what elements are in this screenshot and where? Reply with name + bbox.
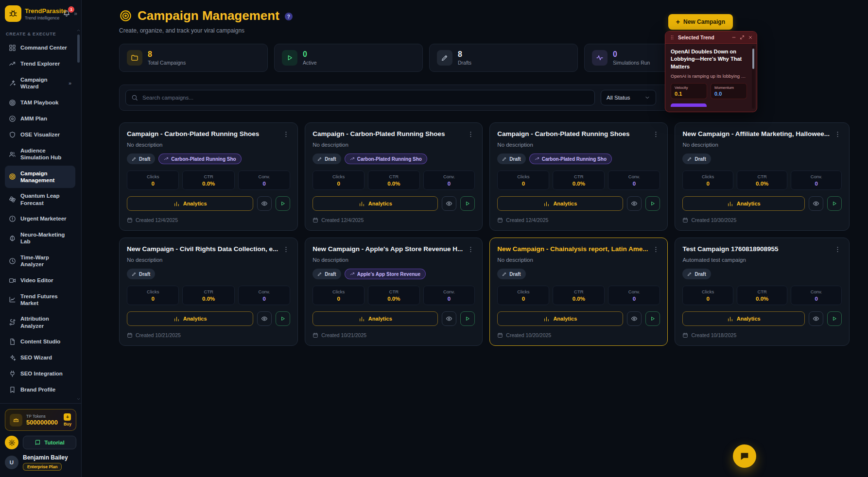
launch-button[interactable] (827, 196, 842, 211)
analytics-button[interactable]: Analytics (497, 311, 623, 326)
sidebar-item-ose-visualizer[interactable]: OSE Visualizer (5, 127, 75, 143)
momentum-label: Momentum (714, 85, 743, 90)
dotsv-icon (467, 246, 474, 253)
help-icon[interactable]: ? (285, 13, 293, 20)
settings-button[interactable] (5, 436, 18, 449)
preview-button[interactable] (257, 196, 272, 211)
expand-button[interactable] (740, 35, 745, 40)
status-filter-value: All Status (607, 95, 630, 101)
sidebar-item-label: SEO Wizard (20, 354, 52, 361)
sidebar-item-audience-simulation-hub[interactable]: Audience Simulation Hub (5, 143, 75, 166)
chat-fab-button[interactable] (733, 444, 756, 468)
sidebar-item-trend-explorer[interactable]: Trend Explorer (5, 56, 75, 72)
launch-button[interactable] (827, 311, 842, 326)
calendar-icon (312, 332, 318, 338)
stat-label: Active (303, 60, 317, 66)
sidebar-collapse-icon[interactable]: » (74, 10, 77, 17)
sidebar-item-brand-profile[interactable]: Brand Profile (5, 382, 75, 398)
preview-button[interactable] (627, 311, 642, 326)
campaign-description: No description (312, 257, 475, 263)
launch-button[interactable] (645, 196, 660, 211)
sidebar-item-plan-metrics-config[interactable]: Plan Metrics & Config (5, 398, 75, 403)
metric-value: 0 (499, 296, 548, 302)
sidebar-item-tam-playbook[interactable]: TAM Playbook (5, 95, 75, 111)
preview-button[interactable] (809, 196, 823, 211)
drag-handle-icon[interactable] (669, 34, 675, 40)
analytics-button[interactable]: Analytics (312, 311, 438, 326)
campaign-card[interactable]: New Campaign - Chainalysis report, Latin… (489, 238, 668, 346)
status-filter-select[interactable]: All Status (601, 90, 656, 105)
trend-panel-scrollbar[interactable] (752, 46, 755, 109)
scrollbar-thumb[interactable] (752, 49, 754, 69)
sidebar-item-quantum-leap-forecast[interactable]: Quantum Leap Forecast (5, 188, 75, 211)
sidebar-item-urgent-marketeer[interactable]: Urgent Marketeer (5, 211, 75, 227)
sidebar-item-seo-wizard[interactable]: SEO Wizard (5, 350, 75, 366)
launch-button[interactable] (460, 196, 475, 211)
preview-button[interactable] (809, 311, 823, 326)
analytics-button[interactable]: Analytics (312, 196, 438, 211)
analytics-button[interactable]: Analytics (127, 196, 253, 211)
launch-button[interactable] (645, 311, 660, 326)
sidebar-item-video-editor[interactable]: Video Editor (5, 273, 75, 289)
new-campaign-button[interactable]: + New Campaign (668, 14, 733, 30)
preview-button[interactable] (257, 311, 272, 326)
sidebar-item-amm-plan[interactable]: AMM Plan (5, 111, 75, 127)
campaign-card[interactable]: Campaign - Carbon-Plated Running ShoesNo… (305, 122, 483, 231)
campaign-card[interactable]: New Campaign - Affiliate Marketing, Hall… (675, 122, 850, 231)
preview-button[interactable] (442, 196, 456, 211)
trend-panel-partial-button[interactable] (671, 103, 707, 107)
sidebar-scrollbar[interactable] (76, 28, 80, 401)
user-profile[interactable]: U Benjamin Bailey Enterprise Plan (5, 454, 76, 471)
trend-panel-header[interactable]: Selected Trend (665, 32, 757, 44)
card-menu-button[interactable] (833, 130, 842, 138)
search-input[interactable] (142, 95, 589, 101)
campaign-card[interactable]: Test Campaign 1760818908955Automated tes… (675, 238, 850, 346)
analytics-button[interactable]: Analytics (127, 311, 253, 326)
scrollbar-thumb[interactable] (77, 34, 80, 63)
launch-button[interactable] (460, 311, 475, 326)
trend-headline: OpenAI Doubles Down on Lobbying—Here's W… (671, 48, 747, 70)
search-box[interactable] (125, 90, 595, 105)
card-menu-button[interactable] (652, 245, 660, 254)
card-menu-button[interactable] (282, 130, 290, 138)
sidebar-item-campaign-wizard[interactable]: Campaign Wizard» (5, 72, 75, 95)
preview-button[interactable] (442, 311, 456, 326)
launch-button[interactable] (276, 196, 290, 211)
card-menu-button[interactable] (652, 130, 660, 138)
card-menu-button[interactable] (467, 245, 475, 254)
play-icon (280, 316, 286, 322)
sidebar-item-neuro-marketing-lab[interactable]: Neuro-Marketing Lab (5, 227, 75, 250)
plus-icon: + (64, 413, 71, 421)
trend-badge: Carbon-Plated Running Sho (529, 153, 612, 164)
close-button[interactable] (748, 35, 753, 40)
analytics-button[interactable]: Analytics (497, 196, 623, 211)
sidebar-item-seo-integration[interactable]: SEO Integration (5, 366, 75, 382)
sidebar-item-trend-futures-market[interactable]: Trend Futures Market (5, 289, 75, 311)
campaign-card[interactable]: Campaign - Carbon-Plated Running ShoesNo… (489, 122, 668, 231)
sidebar-item-content-studio[interactable]: Content Studio (5, 334, 75, 350)
stats-row: 8Total Campaigns0Active8Drafts0Simulatio… (119, 44, 733, 72)
launch-button[interactable] (276, 311, 290, 326)
minimize-button[interactable] (731, 35, 736, 40)
sidebar-item-attribution-analyzer[interactable]: Attribution Analyzer (5, 311, 75, 334)
analytics-button[interactable]: Analytics (682, 196, 805, 211)
tokens-label: TP Tokens (26, 414, 60, 419)
metric-conv: Conv.0 (791, 170, 842, 190)
analytics-button[interactable]: Analytics (682, 311, 805, 326)
tutorial-button[interactable]: Tutorial (23, 436, 76, 449)
campaign-card[interactable]: New Campaign - Apple's App Store Revenue… (305, 238, 483, 346)
card-menu-button[interactable] (467, 130, 475, 138)
campaign-card[interactable]: New Campaign - Civil Rights Data Collect… (119, 238, 298, 346)
pulse-icon-box (592, 50, 608, 66)
card-menu-button[interactable] (833, 245, 842, 254)
buy-tokens-button[interactable]: + Buy (64, 413, 71, 426)
metric-conv: Conv.0 (791, 286, 842, 305)
card-menu-button[interactable] (282, 245, 290, 254)
sidebar-item-command-center[interactable]: Command Center (5, 40, 75, 56)
sidebar-item-time-warp-analyzer[interactable]: Time-Warp Analyzer (5, 250, 75, 273)
notifications-button[interactable]: 1 (63, 10, 70, 17)
campaign-card[interactable]: Campaign - Carbon-Plated Running ShoesNo… (119, 122, 298, 231)
sidebar-item-campaign-management[interactable]: Campaign Management (5, 166, 75, 188)
campaign-management-icon (119, 9, 132, 22)
preview-button[interactable] (627, 196, 642, 211)
